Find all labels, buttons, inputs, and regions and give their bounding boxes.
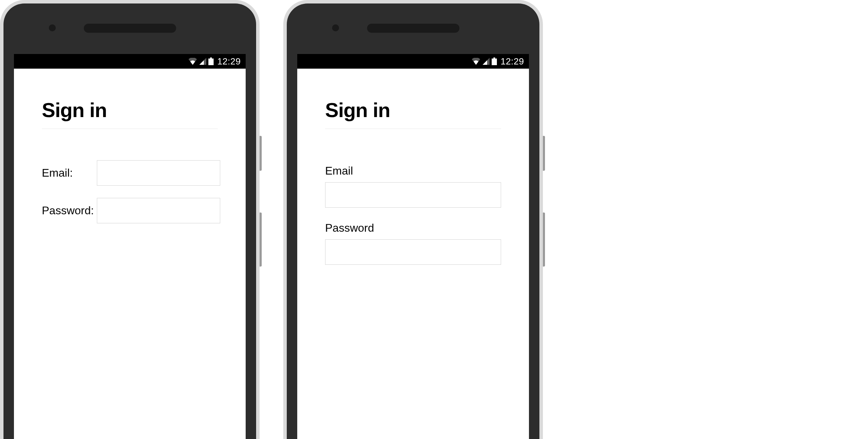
volume-button [543, 213, 545, 267]
password-group: Password [325, 222, 501, 265]
email-input[interactable] [97, 160, 220, 186]
speaker-grille [367, 24, 459, 33]
phone-bezel: 12:29 Sign in Email: Password: [3, 3, 256, 439]
cell-signal-icon [199, 58, 206, 65]
status-bar: 12:29 [297, 54, 529, 69]
email-label: Email [325, 164, 501, 177]
content-area: Sign in Email: Password: [14, 69, 246, 223]
svg-rect-1 [208, 59, 214, 65]
page-title: Sign in [42, 98, 218, 129]
svg-rect-3 [492, 59, 497, 65]
email-row: Email: [42, 160, 218, 186]
phone-frame-right: 12:29 Sign in Email Password [283, 0, 543, 439]
signin-form: Email: Password: [42, 160, 218, 223]
power-button [543, 136, 545, 171]
status-time: 12:29 [500, 56, 524, 67]
screen: 12:29 Sign in Email Password [297, 54, 529, 439]
email-input[interactable] [325, 182, 501, 208]
password-label: Password: [42, 204, 97, 217]
svg-rect-0 [210, 57, 212, 59]
email-label: Email: [42, 167, 97, 179]
phone-bezel: 12:29 Sign in Email Password [287, 3, 539, 439]
speaker-grille [84, 24, 176, 33]
password-row: Password: [42, 198, 218, 223]
cell-signal-icon [483, 58, 490, 65]
wifi-icon [188, 58, 197, 65]
wifi-icon [471, 58, 481, 65]
screen: 12:29 Sign in Email: Password: [14, 54, 246, 439]
page-title: Sign in [325, 98, 501, 129]
battery-icon [208, 57, 214, 65]
status-bar: 12:29 [14, 54, 246, 69]
svg-rect-2 [493, 57, 495, 59]
content-area: Sign in Email Password [297, 69, 529, 265]
password-label: Password [325, 222, 501, 234]
camera-dot [49, 24, 56, 31]
password-input[interactable] [97, 198, 220, 223]
power-button [260, 136, 262, 171]
volume-button [260, 213, 262, 267]
signin-form: Email Password [325, 164, 501, 265]
phone-frame-left: 12:29 Sign in Email: Password: [0, 0, 260, 439]
camera-dot [332, 24, 339, 31]
email-group: Email [325, 164, 501, 208]
password-input[interactable] [325, 239, 501, 265]
status-time: 12:29 [217, 56, 241, 67]
battery-icon [492, 57, 497, 65]
